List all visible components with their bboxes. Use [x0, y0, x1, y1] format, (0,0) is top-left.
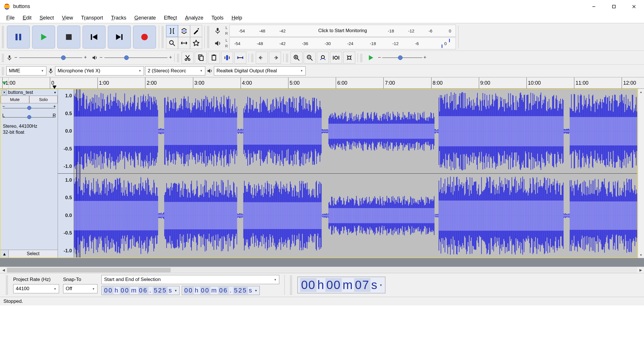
- toolbar-grip[interactable]: [161, 26, 164, 49]
- toolbar-grip[interactable]: [2, 26, 4, 49]
- zoom-out-button[interactable]: [304, 52, 316, 64]
- toolbar-grip[interactable]: [360, 53, 362, 62]
- silence-button[interactable]: [234, 52, 246, 64]
- redo-button[interactable]: [269, 52, 281, 64]
- speaker-icon: [91, 55, 98, 61]
- selection-end-time[interactable]: 00h 00m 06. 525s ▼: [182, 286, 260, 295]
- envelope-tool[interactable]: [178, 25, 190, 37]
- skip-end-button[interactable]: [108, 26, 131, 49]
- track-select-button[interactable]: Select: [9, 250, 58, 257]
- project-rate-combo[interactable]: 44100▼: [13, 284, 59, 293]
- vertical-scrollbar[interactable]: ▲ ▼: [638, 89, 644, 258]
- speaker-meter-icon[interactable]: [212, 37, 224, 49]
- menu-select[interactable]: Select: [36, 13, 58, 23]
- recording-device-combo[interactable]: Microphone (Yeti X)▼: [55, 66, 144, 75]
- svg-marker-11: [116, 34, 121, 40]
- menu-edit[interactable]: Edit: [19, 13, 36, 23]
- draw-tool[interactable]: [190, 25, 202, 37]
- fit-selection-button[interactable]: [317, 52, 329, 64]
- recording-meter[interactable]: -54 -48 -42 Click to Start Monitoring -1…: [229, 25, 456, 37]
- svg-rect-8: [66, 34, 72, 40]
- playback-device-combo[interactable]: Realtek Digital Output (Real▼: [214, 66, 306, 75]
- trim-button[interactable]: [221, 52, 233, 64]
- pan-slider[interactable]: L R: [3, 114, 55, 121]
- speaker-icon: [206, 68, 213, 74]
- toolbar-grip[interactable]: [2, 53, 4, 62]
- menu-effect[interactable]: Effect: [160, 13, 181, 23]
- horizontal-scrollbar[interactable]: ◀ ▶: [0, 267, 644, 273]
- project-rate-label: Project Rate (Hz): [13, 277, 59, 282]
- maximize-button[interactable]: [604, 0, 624, 13]
- track-name[interactable]: buttons_test: [8, 90, 52, 95]
- paste-button[interactable]: [208, 52, 220, 64]
- cut-button[interactable]: [182, 52, 194, 64]
- multi-tool[interactable]: [190, 37, 202, 49]
- stop-button[interactable]: [57, 26, 80, 49]
- play-at-speed-button[interactable]: [365, 52, 377, 64]
- zoom-in-button[interactable]: [290, 52, 303, 64]
- selection-start-time[interactable]: 00h 00m 06. 525s ▼: [102, 286, 179, 295]
- zoom-tool[interactable]: [166, 37, 178, 49]
- svg-rect-12: [121, 34, 122, 40]
- recording-volume-slider[interactable]: [19, 55, 82, 61]
- collapse-button[interactable]: ▲: [1, 250, 9, 257]
- track-menu-button[interactable]: ▼: [54, 91, 56, 94]
- snap-to-combo[interactable]: Off▼: [63, 284, 97, 293]
- selection-mode-combo[interactable]: Start and End of Selection▼: [102, 275, 279, 284]
- toolbar-grip[interactable]: [207, 26, 209, 49]
- recording-channels-combo[interactable]: 2 (Stereo) Recorc▼: [145, 66, 205, 75]
- mic-meter-icon[interactable]: [212, 25, 224, 37]
- toolbar-grip[interactable]: [6, 275, 8, 295]
- play-speed-slider[interactable]: [382, 55, 422, 61]
- minimize-button[interactable]: [584, 0, 604, 13]
- titlebar: buttons: [0, 0, 644, 13]
- timeline-ruler[interactable]: -1:0001:002:003:004:005:006:007:008:009:…: [0, 77, 644, 89]
- solo-button[interactable]: Solo: [29, 96, 58, 103]
- close-button[interactable]: [624, 0, 644, 13]
- waveform-right[interactable]: [74, 174, 637, 258]
- menu-help[interactable]: Help: [227, 13, 246, 23]
- svg-rect-19: [9, 55, 10, 58]
- app-icon: [3, 3, 10, 10]
- record-button[interactable]: [133, 26, 156, 49]
- svg-marker-7: [41, 34, 47, 40]
- skip-start-button[interactable]: [83, 26, 106, 49]
- menu-generate[interactable]: Generate: [130, 13, 160, 23]
- audio-host-combo[interactable]: MME▼: [6, 66, 46, 75]
- undo-button[interactable]: [256, 52, 268, 64]
- svg-rect-26: [226, 55, 228, 60]
- toolbar-grip[interactable]: [290, 275, 292, 295]
- waveform-left[interactable]: [74, 89, 637, 173]
- pause-button[interactable]: [7, 26, 30, 49]
- peak-indicator: [442, 44, 442, 48]
- track-close-button[interactable]: ✕: [2, 90, 7, 95]
- menu-transport[interactable]: Transport: [77, 13, 107, 23]
- fit-project-button[interactable]: [330, 52, 342, 64]
- timeshift-tool[interactable]: [178, 37, 190, 49]
- selection-tool[interactable]: [166, 25, 178, 37]
- mic-icon: [6, 55, 13, 61]
- tools-group: [166, 25, 202, 49]
- svg-rect-25: [213, 55, 215, 56]
- copy-button[interactable]: [195, 52, 207, 64]
- zoom-toggle-button[interactable]: [343, 52, 355, 64]
- audio-position-time[interactable]: 00h 00m 07s ▼: [297, 277, 385, 293]
- menu-tracks[interactable]: Tracks: [107, 13, 130, 23]
- svg-rect-6: [19, 34, 21, 40]
- playback-volume-slider[interactable]: [104, 55, 167, 61]
- menu-file[interactable]: File: [2, 13, 19, 23]
- gain-slider[interactable]: − +: [3, 104, 55, 111]
- toolbar-grip[interactable]: [251, 53, 253, 62]
- menu-view[interactable]: View: [58, 13, 77, 23]
- menu-analyze[interactable]: Analyze: [181, 13, 207, 23]
- window-title: buttons: [13, 3, 30, 9]
- playback-meter[interactable]: -54 -48 -42 -36 -30 -24 -18 -12 -6 0: [229, 37, 456, 49]
- menu-tools[interactable]: Tools: [207, 13, 227, 23]
- play-button[interactable]: [32, 26, 55, 49]
- mute-button[interactable]: Mute: [1, 96, 29, 103]
- toolbar-grip[interactable]: [286, 53, 288, 62]
- toolbar-grip[interactable]: [2, 67, 4, 75]
- toolbar-grip[interactable]: [177, 53, 179, 62]
- amplitude-scale: 1.0 0.5 0.0 -0.5 -1.0: [58, 89, 74, 173]
- svg-line-33: [311, 59, 313, 61]
